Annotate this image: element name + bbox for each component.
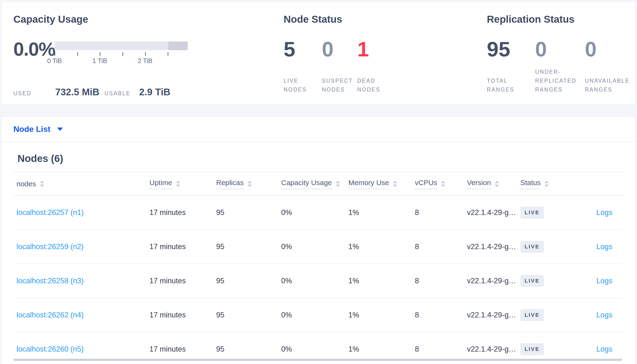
vcpus-cell: 8 bbox=[412, 230, 464, 264]
tick-label: 0 TiB bbox=[47, 57, 62, 65]
column-header-version[interactable]: Version bbox=[467, 179, 499, 189]
logs-cell: Logs bbox=[572, 230, 623, 264]
node-status-section: Node Status 5 LIVE NODES 0 SUSPECT NODES… bbox=[283, 14, 487, 104]
under-replicated-ranges-stat: 0 UNDER-REPLICATED RANGES bbox=[535, 39, 585, 94]
total-ranges-stat: 95 TOTAL RANGES bbox=[487, 39, 535, 94]
table-row: localhost:26258 (n3) 17 minutes 95 0% 1%… bbox=[14, 264, 623, 298]
under-replicated-ranges-count: 0 bbox=[535, 39, 585, 60]
sort-icon bbox=[336, 181, 340, 187]
memory-use-cell: 1% bbox=[345, 196, 412, 230]
column-header-memory-use[interactable]: Memory Use bbox=[348, 179, 397, 189]
node-list-selector-label: Node List bbox=[14, 124, 51, 134]
status-badge: LIVE bbox=[520, 343, 544, 355]
logs-link[interactable]: Logs bbox=[596, 311, 612, 319]
suspect-nodes-label: SUSPECT NODES bbox=[322, 76, 354, 94]
node-list-selector[interactable]: Node List bbox=[2, 117, 635, 142]
uptime-cell: 17 minutes bbox=[146, 298, 213, 332]
sort-icon bbox=[393, 181, 397, 187]
status-badge: LIVE bbox=[520, 275, 544, 287]
logs-cell: Logs bbox=[572, 264, 623, 298]
status-badge: LIVE bbox=[520, 241, 544, 253]
version-cell: v22.1.4-29-g… bbox=[464, 264, 517, 298]
capacity-gauge-bar bbox=[55, 42, 188, 50]
total-ranges-count: 95 bbox=[487, 39, 535, 60]
table-row: localhost:26257 (n1) 17 minutes 95 0% 1%… bbox=[14, 196, 623, 230]
usable-value: 2.9 TiB bbox=[139, 87, 170, 98]
column-header-status[interactable]: Status bbox=[520, 179, 549, 189]
sort-icon bbox=[247, 181, 252, 187]
live-nodes-stat: 5 LIVE NODES bbox=[283, 39, 322, 94]
memory-use-cell: 1% bbox=[345, 298, 412, 332]
capacity-gauge-ticks bbox=[55, 52, 188, 56]
logs-link[interactable]: Logs bbox=[596, 276, 612, 285]
vcpus-cell: 8 bbox=[412, 298, 464, 332]
vcpus-cell: 8 bbox=[412, 264, 464, 298]
tick-label: 1 TiB bbox=[93, 57, 107, 65]
cluster-summary-panel: Capacity Usage 0.0% 0 TiB 1 TiB bbox=[2, 2, 635, 104]
node-list-panel: Node List Nodes (6) nodes Uptime bbox=[2, 116, 635, 364]
status-cell: LIVE bbox=[517, 298, 572, 332]
uptime-cell: 17 minutes bbox=[146, 230, 213, 264]
column-header-replicas[interactable]: Replicas bbox=[216, 179, 252, 189]
uptime-cell: 17 minutes bbox=[146, 196, 213, 230]
node-link[interactable]: localhost:26259 (n2) bbox=[17, 242, 84, 251]
memory-use-cell: 1% bbox=[345, 230, 412, 264]
sort-icon bbox=[544, 181, 549, 187]
logs-link[interactable]: Logs bbox=[596, 242, 612, 251]
logs-cell: Logs bbox=[572, 196, 623, 230]
table-row: localhost:26259 (n2) 17 minutes 95 0% 1%… bbox=[14, 230, 623, 264]
version-cell: v22.1.4-29-g… bbox=[464, 230, 517, 264]
nodes-table-section: Nodes (6) nodes Uptime Repl bbox=[2, 142, 635, 364]
live-nodes-label: LIVE NODES bbox=[283, 76, 315, 94]
column-header-uptime[interactable]: Uptime bbox=[149, 179, 180, 189]
sort-icon bbox=[40, 181, 44, 187]
replicas-cell: 95 bbox=[213, 230, 278, 264]
column-header-capacity-usage[interactable]: Capacity Usage bbox=[281, 179, 340, 189]
replication-status-section: Replication Status 95 TOTAL RANGES 0 UND… bbox=[487, 14, 635, 104]
capacity-usage-title: Capacity Usage bbox=[14, 14, 283, 25]
sort-icon bbox=[441, 181, 445, 187]
status-cell: LIVE bbox=[517, 264, 572, 298]
status-cell: LIVE bbox=[517, 230, 572, 264]
table-header-row: nodes Uptime Replicas Capacity Usage Mem bbox=[14, 172, 623, 196]
status-cell: LIVE bbox=[517, 196, 572, 230]
under-replicated-ranges-label: UNDER-REPLICATED RANGES bbox=[535, 68, 584, 94]
capacity-usage-section: Capacity Usage 0.0% 0 TiB 1 TiB bbox=[14, 14, 283, 104]
logs-link[interactable]: Logs bbox=[596, 345, 612, 353]
logs-cell: Logs bbox=[572, 298, 623, 332]
unavailable-ranges-count: 0 bbox=[585, 39, 634, 60]
node-link[interactable]: localhost:26257 (n1) bbox=[17, 208, 84, 217]
column-header-vcpus[interactable]: vCPUs bbox=[415, 179, 445, 189]
sort-icon bbox=[495, 181, 499, 187]
nodes-table: nodes Uptime Replicas Capacity Usage Mem bbox=[14, 172, 623, 364]
unavailable-ranges-stat: 0 UNAVAILABLE RANGES bbox=[585, 39, 634, 94]
unavailable-ranges-label: UNAVAILABLE RANGES bbox=[585, 76, 634, 94]
capacity-gauge-reserved-segment bbox=[168, 42, 188, 50]
total-ranges-label: TOTAL RANGES bbox=[487, 76, 535, 94]
suspect-nodes-stat: 0 SUSPECT NODES bbox=[322, 39, 357, 94]
node-link[interactable]: localhost:26262 (n4) bbox=[17, 311, 84, 319]
replicas-cell: 95 bbox=[213, 298, 278, 332]
capacity-usage-cell: 0% bbox=[278, 298, 345, 332]
status-badge: LIVE bbox=[520, 206, 544, 218]
horizontal-scrollbar[interactable] bbox=[14, 359, 622, 361]
usable-label: USABLE bbox=[105, 90, 139, 97]
logs-link[interactable]: Logs bbox=[596, 208, 612, 217]
capacity-usage-cell: 0% bbox=[278, 264, 345, 298]
node-link[interactable]: localhost:26258 (n3) bbox=[17, 276, 84, 285]
suspect-nodes-count: 0 bbox=[322, 39, 357, 60]
dead-nodes-label: DEAD NODES bbox=[357, 76, 389, 94]
live-nodes-count: 5 bbox=[283, 39, 322, 60]
column-header-nodes[interactable]: nodes bbox=[17, 180, 44, 188]
dead-nodes-count: 1 bbox=[357, 39, 389, 60]
version-cell: v22.1.4-29-g… bbox=[464, 196, 517, 230]
node-cell: localhost:26258 (n3) bbox=[14, 264, 146, 298]
vcpus-cell: 8 bbox=[412, 196, 464, 230]
node-link[interactable]: localhost:26260 (n5) bbox=[17, 345, 84, 353]
nodes-table-title: Nodes (6) bbox=[18, 153, 635, 164]
capacity-usage-cell: 0% bbox=[278, 196, 345, 230]
replicas-cell: 95 bbox=[213, 264, 278, 298]
dead-nodes-stat: 1 DEAD NODES bbox=[357, 39, 389, 94]
memory-use-cell: 1% bbox=[345, 264, 412, 298]
table-row: localhost:26262 (n4) 17 minutes 95 0% 1%… bbox=[14, 298, 623, 332]
